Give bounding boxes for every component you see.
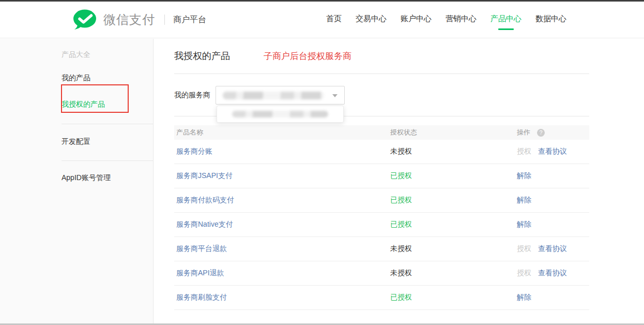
sidebar-divider [62, 160, 153, 161]
sidebar-divider [62, 124, 153, 124]
sidebar-item-dev-config[interactable]: 开发配置 [62, 137, 153, 146]
view-agreement-link[interactable]: 查看协议 [538, 269, 567, 278]
status-text: 未授权 [390, 244, 517, 254]
divider [174, 73, 589, 74]
table-row: 服务商API退款 未授权 授权 查看协议 [174, 261, 589, 286]
sidebar-item-appid-management[interactable]: AppID账号管理 [62, 173, 153, 183]
status-text: 已授权 [390, 171, 517, 181]
col-action: 操作 [517, 128, 530, 137]
wechat-pay-logo-icon [72, 9, 99, 30]
nav-account-center[interactable]: 账户中心 [401, 9, 432, 31]
status-text: 已授权 [390, 220, 517, 229]
logo-title: 微信支付 [103, 11, 155, 28]
sidebar-item-authorized-products[interactable]: 我授权的产品 [62, 100, 153, 109]
product-link[interactable]: 服务商API退款 [174, 269, 390, 278]
redacted-merchant-name [223, 92, 324, 99]
products-table: 产品名称 授权状态 操作 ? 服务商分账 未授权 授权 查看协议 服务商JSAP… [174, 125, 589, 310]
window-top-edge [0, 0, 644, 2]
red-annotation-text: 子商户后台授权服务商 [264, 50, 351, 62]
table-row: 服务商平台退款 未授权 授权 查看协议 [174, 237, 589, 261]
table-row: 服务商分账 未授权 授权 查看协议 [174, 140, 589, 164]
authorize-action-disabled: 授权 [517, 269, 531, 278]
table-row: 服务商刷脸支付 已授权 解除 [174, 286, 589, 310]
top-header: 微信支付 商户平台 首页 交易中心 账户中心 营销中心 产品中心 数据中心 [0, 2, 644, 38]
sidebar-section-title: 产品大全 [62, 50, 153, 60]
provider-label: 我的服务商 [174, 91, 216, 100]
product-link[interactable]: 服务商付款码支付 [174, 196, 390, 205]
col-auth-status: 授权状态 [390, 128, 517, 137]
table-row: 服务商JSAPI支付 已授权 解除 [174, 164, 589, 188]
authorize-action-disabled: 授权 [517, 244, 531, 254]
sidebar: 产品大全 我的产品 我授权的产品 开发配置 AppID账号管理 [0, 39, 154, 323]
unbind-link[interactable]: 解除 [517, 196, 531, 205]
product-link[interactable]: 服务商Native支付 [174, 220, 390, 229]
table-row: 服务商Native支付 已授权 解除 [174, 213, 589, 237]
nav-marketing-center[interactable]: 营销中心 [446, 9, 477, 31]
logo[interactable]: 微信支付 商户平台 [72, 9, 206, 30]
product-link[interactable]: 服务商分账 [174, 147, 390, 156]
col-product-name: 产品名称 [174, 128, 390, 137]
product-link[interactable]: 服务商JSAPI支付 [174, 171, 390, 181]
table-row: 服务商付款码支付 已授权 解除 [174, 188, 589, 213]
nav-transaction-center[interactable]: 交易中心 [356, 9, 387, 31]
sidebar-item-my-products[interactable]: 我的产品 [62, 73, 153, 83]
unbind-link[interactable]: 解除 [517, 220, 531, 229]
unbind-link[interactable]: 解除 [517, 171, 531, 181]
portal-name: 商户平台 [173, 14, 206, 25]
authorize-action-disabled: 授权 [517, 147, 531, 156]
page-title: 我授权的产品 [174, 50, 230, 62]
main-content: 我授权的产品 子商户后台授权服务商 我的服务商 产品名称 授权状态 操作 ? [174, 37, 589, 310]
redacted-merchant-option[interactable] [232, 111, 328, 117]
chevron-down-icon [332, 94, 338, 97]
unbind-link[interactable]: 解除 [517, 293, 531, 302]
provider-select[interactable] [216, 86, 345, 105]
logo-separator [164, 14, 165, 25]
status-text: 已授权 [390, 196, 517, 205]
product-link[interactable]: 服务商平台退款 [174, 244, 390, 254]
help-icon[interactable]: ? [537, 129, 545, 137]
status-text: 已授权 [390, 293, 517, 302]
view-agreement-link[interactable]: 查看协议 [538, 244, 567, 254]
status-text: 未授权 [390, 269, 517, 278]
view-agreement-link[interactable]: 查看协议 [538, 147, 567, 156]
provider-dropdown-panel [217, 106, 344, 123]
nav-data-center[interactable]: 数据中心 [535, 9, 566, 31]
main-nav: 首页 交易中心 账户中心 营销中心 产品中心 数据中心 [326, 9, 566, 31]
merchant-platform-page: 微信支付 商户平台 首页 交易中心 账户中心 营销中心 产品中心 数据中心 产品… [0, 0, 644, 325]
nav-product-center[interactable]: 产品中心 [490, 9, 522, 31]
status-text: 未授权 [390, 147, 517, 156]
nav-home[interactable]: 首页 [326, 9, 342, 31]
product-link[interactable]: 服务商刷脸支付 [174, 293, 390, 302]
table-header: 产品名称 授权状态 操作 ? [174, 125, 589, 140]
